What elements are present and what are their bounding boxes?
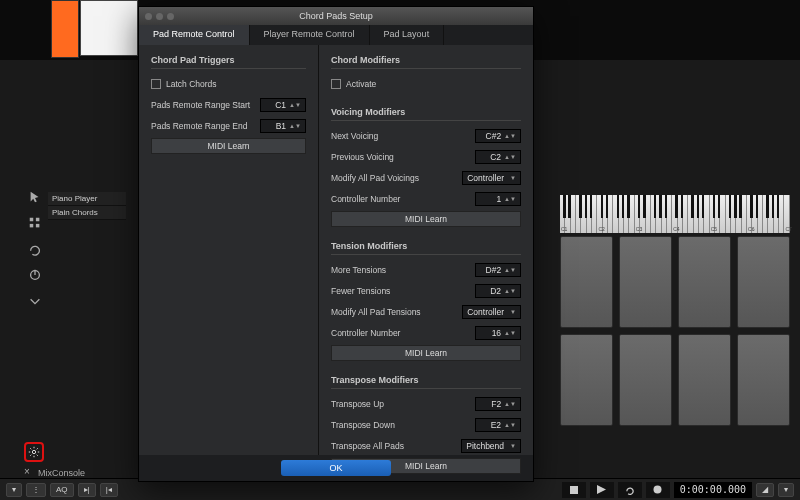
punch-out-icon[interactable]: |◂	[100, 483, 118, 497]
fewer-tensions-label: Fewer Tensions	[331, 286, 390, 296]
menu-dots-icon[interactable]: ⋮	[26, 483, 46, 497]
dialog-titlebar[interactable]: Chord Pads Setup	[139, 7, 533, 25]
modify-all-voicings-label: Modify All Pad Voicings	[331, 173, 419, 183]
loop-button[interactable]	[618, 482, 642, 498]
tab-pad-layout[interactable]: Pad Layout	[370, 25, 445, 45]
range-start-label: Pads Remote Range Start	[151, 100, 250, 110]
settings-button-highlight[interactable]	[24, 442, 44, 462]
chord-pad[interactable]	[619, 334, 672, 426]
chord-pad[interactable]	[678, 334, 731, 426]
key-label: C7	[785, 226, 791, 232]
modify-all-voicings-dropdown[interactable]: Controller	[462, 171, 521, 185]
midi-learn-button[interactable]: MIDI Learn	[331, 345, 521, 361]
more-tensions-label: More Tensions	[331, 265, 386, 275]
group-header: Chord Modifiers	[331, 55, 521, 69]
voicing-controller-num-label: Controller Number	[331, 194, 400, 204]
svg-rect-3	[36, 224, 40, 228]
more-tensions-value[interactable]: D#2▲▼	[475, 263, 521, 277]
marker-icon[interactable]: ◢	[756, 483, 774, 497]
chord-pad[interactable]	[737, 334, 790, 426]
record-button[interactable]	[646, 482, 670, 498]
dialog-title: Chord Pads Setup	[139, 11, 533, 21]
tab-pad-remote[interactable]: Pad Remote Control	[139, 25, 250, 45]
ok-button[interactable]: OK	[281, 460, 391, 476]
chord-pad[interactable]	[678, 236, 731, 328]
svg-rect-2	[30, 224, 34, 228]
transpose-down-label: Transpose Down	[331, 420, 395, 430]
transpose-up-value[interactable]: F2▲▼	[475, 397, 521, 411]
previous-voicing-value[interactable]: C2▲▼	[475, 150, 521, 164]
track-color-marker	[51, 0, 79, 58]
chord-pad[interactable]	[737, 236, 790, 328]
latch-label: Latch Chords	[166, 79, 217, 89]
svg-point-8	[654, 486, 662, 494]
transpose-all-label: Transpose All Pads	[331, 441, 404, 451]
tension-controller-num-label: Controller Number	[331, 328, 400, 338]
activate-checkbox[interactable]: Activate	[331, 79, 376, 90]
list-item[interactable]: Plain Chords	[48, 206, 126, 220]
chord-pads-grid	[560, 236, 790, 426]
group-header: Chord Pad Triggers	[151, 55, 306, 69]
transpose-all-dropdown[interactable]: Pitchbend	[461, 439, 521, 453]
svg-rect-0	[30, 218, 34, 222]
svg-point-6	[32, 450, 35, 453]
mixconsole-label[interactable]: MixConsole	[38, 468, 85, 478]
tab-player-remote[interactable]: Player Remote Control	[250, 25, 370, 45]
range-start-value[interactable]: C1▲▼	[260, 98, 306, 112]
activate-label: Activate	[346, 79, 376, 89]
transpose-up-label: Transpose Up	[331, 399, 384, 409]
punch-in-icon[interactable]: ▸|	[78, 483, 96, 497]
grid-icon[interactable]	[28, 216, 42, 230]
chord-pads-setup-dialog: Chord Pads Setup Pad Remote Control Play…	[138, 6, 534, 482]
chord-pad[interactable]	[619, 236, 672, 328]
midi-learn-button[interactable]: MIDI Learn	[151, 138, 306, 154]
dropdown-icon[interactable]: ▾	[778, 483, 794, 497]
midi-learn-button[interactable]: MIDI Learn	[331, 211, 521, 227]
player-preset-list[interactable]: Piano Player Plain Chords	[48, 192, 126, 220]
dialog-tabs: Pad Remote Control Player Remote Control…	[139, 25, 533, 45]
window-controls[interactable]	[145, 13, 174, 20]
svg-rect-7	[570, 486, 578, 494]
group-header: Voicing Modifiers	[331, 107, 521, 121]
close-icon[interactable]: ×	[24, 466, 30, 477]
next-voicing-label: Next Voicing	[331, 131, 378, 141]
list-item[interactable]: Piano Player	[48, 192, 126, 206]
power-icon[interactable]	[28, 268, 42, 282]
chevron-down-icon[interactable]	[28, 294, 42, 308]
pointer-icon[interactable]	[28, 190, 42, 204]
tension-controller-num-value[interactable]: 16▲▼	[475, 326, 521, 340]
modify-all-tensions-label: Modify All Pad Tensions	[331, 307, 421, 317]
gear-icon	[28, 446, 40, 458]
play-button[interactable]	[590, 482, 614, 498]
previous-voicing-label: Previous Voicing	[331, 152, 394, 162]
fewer-tensions-value[interactable]: D2▲▼	[475, 284, 521, 298]
stop-button[interactable]	[562, 482, 586, 498]
voicing-controller-num-value[interactable]: 1▲▼	[475, 192, 521, 206]
piano-keyboard[interactable]: C1 C2 C3 C4 C5 C6 C7	[560, 195, 790, 233]
group-header: Transpose Modifiers	[331, 375, 521, 389]
modify-all-tensions-dropdown[interactable]: Controller	[462, 305, 521, 319]
chord-pad[interactable]	[560, 334, 613, 426]
next-voicing-value[interactable]: C#2▲▼	[475, 129, 521, 143]
aq-toggle[interactable]: AQ	[50, 483, 74, 497]
loop-icon[interactable]	[28, 242, 42, 256]
timecode-display[interactable]: 0:00:00.000	[674, 482, 752, 498]
document-thumb	[80, 0, 138, 56]
latch-chords-checkbox[interactable]: Latch Chords	[151, 79, 217, 90]
transpose-down-value[interactable]: E2▲▼	[475, 418, 521, 432]
range-end-label: Pads Remote Range End	[151, 121, 247, 131]
range-end-value[interactable]: B1▲▼	[260, 119, 306, 133]
group-header: Tension Modifiers	[331, 241, 521, 255]
dropdown-icon[interactable]: ▾	[6, 483, 22, 497]
svg-rect-1	[36, 218, 40, 222]
chord-pad[interactable]	[560, 236, 613, 328]
